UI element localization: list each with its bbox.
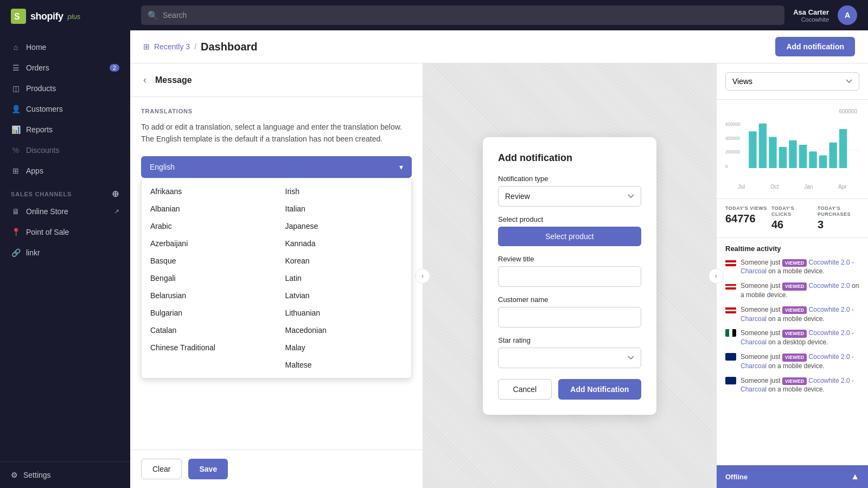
list-item[interactable]: Malay [277, 339, 412, 356]
reports-icon: 📊 [11, 125, 21, 134]
list-item[interactable]: Belarusian [142, 287, 277, 304]
offline-toggle-button[interactable]: ▲ [851, 472, 859, 481]
collapse-panel-button[interactable]: ‹ [415, 268, 430, 284]
apps-icon: ⊞ [11, 166, 21, 176]
add-notification-button[interactable]: Add notification [775, 37, 855, 56]
list-item[interactable]: Lithuanian [277, 304, 412, 322]
sidebar-item-orders[interactable]: ☰ Orders 2 [0, 57, 130, 78]
back-button[interactable]: ‹ [141, 72, 149, 88]
review-title-label: Review title [498, 255, 641, 263]
notification-type-group: Notification type Review Purchase Signup [498, 175, 641, 207]
cancel-button[interactable]: Cancel [498, 379, 552, 400]
views-select[interactable]: Views Clicks Purchases [725, 72, 859, 91]
notification-type-select[interactable]: Review Purchase Signup [498, 186, 641, 207]
products-icon: ◫ [11, 84, 21, 93]
translations-heading: Translations [141, 108, 412, 114]
logo-text: shopify [30, 11, 63, 22]
breadcrumb-main[interactable]: Recently 3 [154, 42, 190, 51]
list-item[interactable]: Maltese [277, 356, 412, 374]
clear-button[interactable]: Clear [141, 459, 182, 479]
product-link[interactable]: Cocowhite 2.0 [809, 282, 850, 290]
sidebar-bottom: ⚙ Settings [0, 461, 130, 488]
sidebar-item-discounts[interactable]: % Discounts [0, 140, 130, 160]
list-item[interactable]: Bulgarian [142, 304, 277, 322]
user-name: Asa Carter [793, 8, 829, 16]
user-subtitle: Cocowhite [793, 16, 829, 23]
topbar: 🔍 Asa Carter Cocowhite A [130, 0, 868, 30]
search-input[interactable] [163, 11, 778, 20]
chart-svg: 600000 400000 200000 0 [725, 114, 859, 179]
list-item[interactable]: Afrikaans [142, 183, 277, 200]
sidebar-item-home[interactable]: ⌂ Home [0, 37, 130, 57]
external-link-icon: ↗ [114, 208, 119, 215]
star-rating-group: Star rating 1 2 3 4 5 [498, 336, 641, 368]
realtime-item: Someone just VIEWED Cocowhite 2.0 - Char… [725, 352, 859, 371]
logo-plus-text: plus [68, 12, 81, 21]
sidebar-item-pos[interactable]: 📍 Point of Sale [0, 222, 130, 242]
svg-rect-15 [829, 143, 837, 168]
list-item[interactable]: Korean [277, 252, 412, 269]
svg-text:200000: 200000 [725, 150, 741, 155]
list-item[interactable] [142, 356, 277, 374]
sidebar-item-label: Customers [26, 105, 63, 113]
settings-icon: ⚙ [11, 471, 18, 479]
shopify-logo-icon: S [11, 9, 26, 24]
sidebar-item-label: Discounts [26, 146, 59, 155]
panel-footer: Clear Save [130, 450, 423, 488]
save-button[interactable]: Save [188, 459, 228, 479]
list-item[interactable]: Latin [277, 269, 412, 287]
review-title-input[interactable] [498, 266, 641, 287]
right-panel-header: Views Clicks Purchases [717, 63, 868, 100]
sidebar-item-reports[interactable]: 📊 Reports [0, 119, 130, 140]
flag-ae-icon [725, 329, 736, 337]
list-item[interactable]: Basque [142, 252, 277, 269]
list-item[interactable]: Arabic [142, 217, 277, 235]
sidebar-item-apps[interactable]: ⊞ Apps [0, 160, 130, 181]
language-select: English ▾ Afrikaans Irish Albanian Itali… [141, 156, 412, 178]
svg-rect-8 [759, 124, 767, 168]
realtime-text: Someone just VIEWED Cocowhite 2.0 - Char… [741, 305, 859, 324]
list-item[interactable]: Kannada [277, 235, 412, 252]
realtime-text: Someone just VIEWED Cocowhite 2.0 - Char… [741, 258, 859, 277]
list-item[interactable]: Italian [277, 200, 412, 217]
language-list: Afrikaans Irish Albanian Italian Arabic … [142, 183, 411, 374]
sidebar-item-linkr[interactable]: 🔗 linkr [0, 242, 130, 263]
list-item[interactable]: Azerbaijani [142, 235, 277, 252]
svg-rect-9 [769, 137, 776, 168]
discounts-icon: % [11, 145, 21, 155]
customer-name-label: Customer name [498, 296, 641, 304]
language-select-button[interactable]: English ▾ [141, 156, 412, 178]
sidebar-item-settings[interactable]: ⚙ Settings [11, 471, 119, 479]
realtime-text: Someone just VIEWED Cocowhite 2.0 on a m… [741, 281, 859, 300]
list-item[interactable]: Bengali [142, 269, 277, 287]
list-item[interactable]: Albanian [142, 200, 277, 217]
viewed-badge: VIEWED [782, 330, 807, 338]
expand-right-panel-button[interactable]: › [709, 268, 724, 284]
list-item[interactable]: Chinese Traditional [142, 339, 277, 356]
flag-gb-icon [725, 377, 736, 384]
search-box[interactable]: 🔍 [141, 5, 784, 25]
customer-name-group: Customer name [498, 296, 641, 328]
avatar[interactable]: A [838, 5, 857, 25]
list-item[interactable]: Irish [277, 183, 412, 200]
select-product-button[interactable]: Select product [498, 227, 641, 246]
list-item[interactable]: Catalan [142, 322, 277, 339]
star-rating-select[interactable]: 1 2 3 4 5 [498, 348, 641, 368]
review-title-group: Review title [498, 255, 641, 287]
add-sales-channel-icon[interactable]: ⊕ [112, 189, 119, 199]
realtime-item: Someone just VIEWED Cocowhite 2.0 - Char… [725, 305, 859, 324]
sidebar-item-customers[interactable]: 👤 Customers [0, 99, 130, 119]
stat-clicks: TODAY'S CLICKS 46 [771, 206, 813, 231]
stat-views: TODAY'S VIEWS 64776 [725, 206, 767, 231]
list-item[interactable]: Japanese [277, 217, 412, 235]
customer-name-input[interactable] [498, 307, 641, 328]
offline-label: Offline [725, 473, 748, 481]
realtime-text: Someone just VIEWED Cocowhite 2.0 - Char… [741, 329, 859, 347]
viewed-badge: VIEWED [782, 282, 807, 291]
link-icon: 🔗 [11, 248, 21, 258]
list-item[interactable]: Latvian [277, 287, 412, 304]
list-item[interactable]: Macedonian [277, 322, 412, 339]
add-notification-modal-button[interactable]: Add Notification [558, 379, 641, 400]
sidebar-item-online-store[interactable]: 🖥 Online Store ↗ [0, 201, 130, 222]
sidebar-item-products[interactable]: ◫ Products [0, 78, 130, 99]
